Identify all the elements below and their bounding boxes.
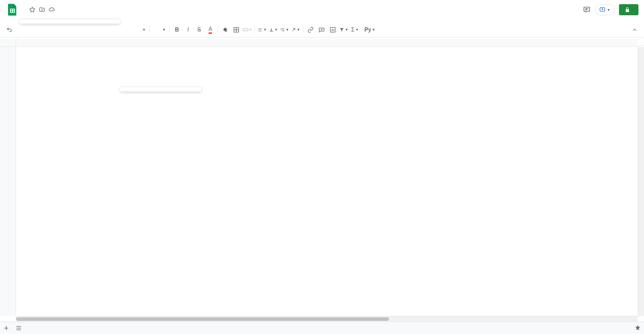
- wrap-button[interactable]: ▼: [279, 25, 290, 35]
- fill-color-button[interactable]: [220, 25, 230, 35]
- comment-history-icon[interactable]: [583, 6, 591, 14]
- strikethrough-button[interactable]: S: [194, 25, 204, 35]
- toolbar: ▼ ▼ B I S A ▼ ▼ ▼ ▼ ▼ ▼ Σ▼ Ру▼: [0, 22, 644, 37]
- all-sheets-button[interactable]: [12, 322, 25, 334]
- add-sheet-button[interactable]: [0, 322, 12, 334]
- link-button[interactable]: [305, 25, 316, 35]
- vertical-scrollbar[interactable]: [638, 47, 644, 316]
- spreadsheet-grid[interactable]: [0, 39, 644, 322]
- undo-button[interactable]: [4, 25, 15, 35]
- star-icon[interactable]: [29, 7, 35, 13]
- font-size-select[interactable]: ▼: [152, 28, 167, 32]
- row-headers: [0, 47, 16, 316]
- valign-button[interactable]: ▼: [268, 25, 279, 35]
- chart-button[interactable]: [328, 25, 338, 35]
- svg-rect-3: [243, 29, 248, 31]
- present-button[interactable]: ▼: [595, 4, 615, 15]
- horizontal-scrollbar[interactable]: [16, 316, 638, 322]
- svg-rect-0: [584, 7, 590, 11]
- move-folder-icon[interactable]: [39, 7, 45, 13]
- italic-button[interactable]: I: [183, 25, 193, 35]
- font-select[interactable]: ▼: [120, 28, 147, 32]
- sheets-bar: [0, 322, 644, 334]
- column-headers: [16, 39, 638, 47]
- sheets-logo[interactable]: [6, 3, 19, 17]
- text-color-button[interactable]: A: [205, 25, 215, 35]
- comment-button[interactable]: [316, 25, 327, 35]
- filter-button[interactable]: ▼: [339, 25, 349, 35]
- bold-button[interactable]: B: [172, 25, 182, 35]
- file-menu-dropdown: [20, 19, 120, 24]
- cloud-icon[interactable]: [49, 7, 55, 13]
- download-submenu: [120, 87, 201, 91]
- halign-button[interactable]: ▼: [257, 25, 268, 35]
- borders-button[interactable]: [231, 25, 242, 35]
- cyrillic-button[interactable]: Ру▼: [365, 25, 375, 35]
- share-button[interactable]: [619, 4, 638, 15]
- collapse-toolbar-button[interactable]: [629, 25, 640, 35]
- functions-button[interactable]: Σ▼: [350, 25, 360, 35]
- select-all-corner[interactable]: [0, 39, 16, 47]
- merge-button[interactable]: ▼: [242, 25, 253, 35]
- rotate-button[interactable]: ▼: [290, 25, 301, 35]
- cells-area[interactable]: [16, 47, 638, 316]
- explore-button[interactable]: [632, 322, 644, 334]
